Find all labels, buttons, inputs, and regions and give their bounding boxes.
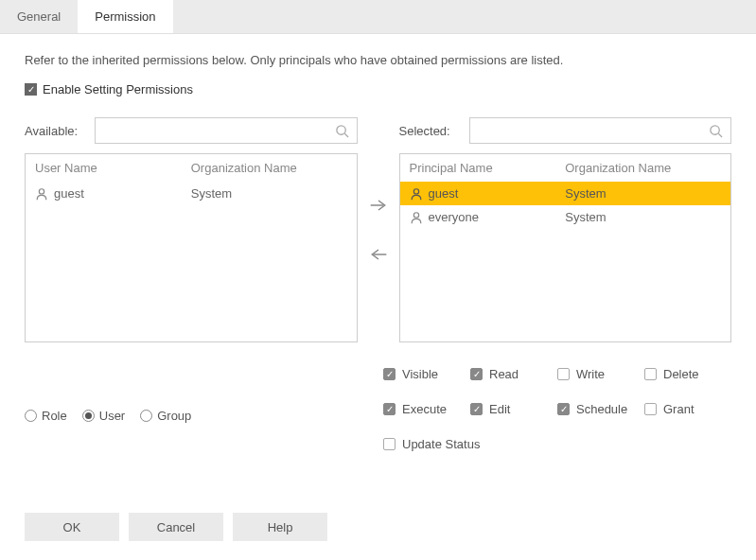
arrow-left-icon <box>369 247 388 262</box>
perm-label: Update Status <box>402 437 480 451</box>
perm-execute[interactable]: ✓Execute <box>383 402 470 416</box>
dialog-buttons: OK Cancel Help <box>25 513 327 541</box>
checkbox-icon: ✓ <box>470 368 483 380</box>
list-item[interactable]: guestSystem <box>400 182 731 205</box>
perm-label: Visible <box>402 367 438 381</box>
radio-role[interactable]: Role <box>25 409 67 423</box>
tabs-bar: General Permission <box>0 0 756 34</box>
perm-label: Edit <box>489 402 510 416</box>
list-item-name: everyone <box>429 210 479 224</box>
available-list-header: User Name Organization Name <box>26 154 357 182</box>
help-button[interactable]: Help <box>233 513 327 541</box>
enable-setting-permissions-checkbox[interactable]: ✓ Enable Setting Permissions <box>25 82 731 96</box>
perm-delete[interactable]: Delete <box>644 367 731 381</box>
perm-edit[interactable]: ✓Edit <box>470 402 557 416</box>
cancel-button[interactable]: Cancel <box>129 513 223 541</box>
perm-label: Execute <box>402 402 447 416</box>
available-panel: Available: User Name Organization Name g… <box>25 117 358 342</box>
search-icon <box>335 124 349 138</box>
tab-permission[interactable]: Permission <box>78 0 172 33</box>
checkbox-icon: ✓ <box>25 83 37 96</box>
perm-update_status[interactable]: Update Status <box>383 437 516 451</box>
tab-general[interactable]: General <box>0 0 78 33</box>
checkbox-icon: ✓ <box>470 403 483 415</box>
selected-search-input[interactable] <box>478 124 710 138</box>
radio-icon <box>82 410 95 422</box>
list-item[interactable]: guestSystem <box>26 182 357 205</box>
search-icon <box>709 124 723 138</box>
selected-panel: Selected: Principal Name Organization Na… <box>399 117 732 342</box>
list-item-org: System <box>565 186 721 201</box>
checkbox-icon <box>644 403 657 415</box>
radio-icon <box>25 410 37 422</box>
perm-read[interactable]: ✓Read <box>470 367 557 381</box>
checkbox-icon: ✓ <box>383 403 396 415</box>
checkbox-icon <box>557 368 570 380</box>
list-item[interactable]: everyoneSystem <box>400 205 731 229</box>
checkbox-icon: ✓ <box>557 403 570 415</box>
list-item-name: guest <box>429 186 459 201</box>
radio-group[interactable]: Group <box>140 409 191 423</box>
available-label: Available: <box>25 124 87 138</box>
enable-label: Enable Setting Permissions <box>43 82 193 96</box>
available-search[interactable] <box>95 117 358 144</box>
move-left-button[interactable] <box>367 243 390 266</box>
list-item-name: guest <box>54 186 84 201</box>
selected-search[interactable] <box>469 117 732 144</box>
available-list[interactable]: User Name Organization Name guestSystem <box>25 153 358 342</box>
user-icon <box>410 187 423 201</box>
perm-write[interactable]: Write <box>557 367 644 381</box>
perm-label: Schedule <box>576 402 627 416</box>
perm-grant[interactable]: Grant <box>644 402 731 416</box>
list-item-org: System <box>191 186 347 201</box>
arrow-right-icon <box>369 198 388 213</box>
selected-list-header: Principal Name Organization Name <box>400 154 731 182</box>
user-icon <box>35 187 48 201</box>
transfer-arrows <box>358 117 399 342</box>
user-icon <box>410 211 423 224</box>
permissions-grid: ✓Visible✓ReadWriteDelete✓Execute✓Edit✓Sc… <box>343 367 731 472</box>
perm-visible[interactable]: ✓Visible <box>383 367 470 381</box>
checkbox-icon <box>644 368 657 380</box>
perm-schedule[interactable]: ✓Schedule <box>557 402 644 416</box>
available-search-input[interactable] <box>103 124 335 138</box>
principal-type-group: Role User Group <box>25 367 343 472</box>
list-item-org: System <box>565 210 721 224</box>
radio-user[interactable]: User <box>82 409 125 423</box>
perm-label: Read <box>489 367 519 381</box>
selected-list[interactable]: Principal Name Organization Name guestSy… <box>399 153 732 342</box>
perm-label: Delete <box>663 367 699 381</box>
radio-icon <box>140 410 152 422</box>
perm-label: Write <box>576 367 605 381</box>
instruction-text: Refer to the inherited permissions below… <box>25 53 731 67</box>
checkbox-icon: ✓ <box>383 368 396 380</box>
checkbox-icon <box>383 438 396 450</box>
perm-label: Grant <box>663 402 694 416</box>
ok-button[interactable]: OK <box>25 513 119 541</box>
move-right-button[interactable] <box>367 194 390 217</box>
selected-label: Selected: <box>399 124 462 138</box>
